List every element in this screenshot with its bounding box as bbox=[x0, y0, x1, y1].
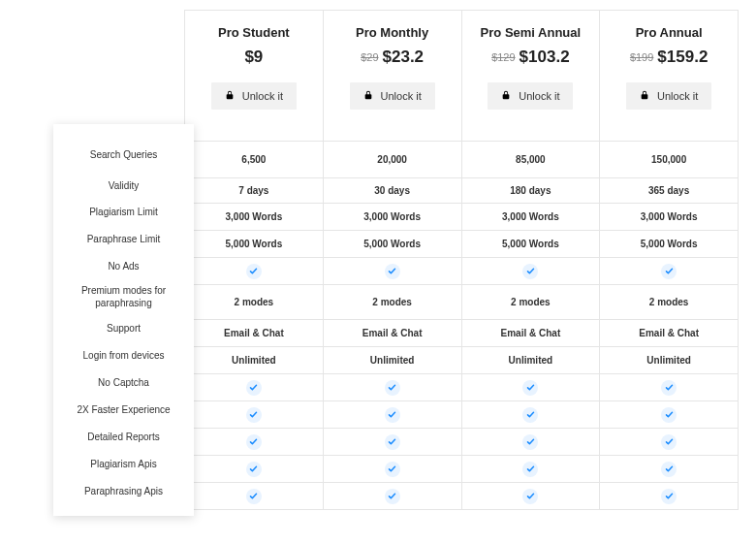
feature-label: Support bbox=[61, 314, 186, 341]
feature-labels-panel: Search QueriesValidityPlagiarism LimitPa… bbox=[53, 124, 194, 516]
feature-cell: Email & Chat bbox=[599, 320, 738, 347]
feature-label: Login from devices bbox=[61, 341, 186, 368]
feature-label: No Ads bbox=[61, 252, 186, 279]
feature-cell: 2 modes bbox=[461, 285, 600, 320]
feature-cell bbox=[323, 258, 461, 285]
feature-row bbox=[184, 456, 738, 483]
plan-column: Pro Semi Annual$129$103.2Unlock it bbox=[461, 10, 600, 142]
plan-name: Pro Student bbox=[193, 25, 315, 40]
feature-row: 7 days30 days180 days365 days bbox=[184, 178, 738, 204]
feature-cell: 3,000 Words bbox=[184, 204, 323, 231]
check-icon bbox=[246, 462, 262, 477]
check-icon bbox=[522, 434, 538, 450]
feature-cell bbox=[184, 258, 323, 285]
feature-cell bbox=[599, 401, 738, 429]
feature-cell: Unlimited bbox=[599, 347, 738, 374]
old-price: $29 bbox=[361, 51, 378, 63]
feature-cell: Unlimited bbox=[184, 347, 323, 374]
lock-icon bbox=[501, 90, 511, 102]
unlock-button[interactable]: Unlock it bbox=[350, 82, 435, 110]
feature-label: Plagiarism Limit bbox=[61, 198, 186, 225]
plan-name: Pro Annual bbox=[608, 25, 730, 40]
feature-cell: Unlimited bbox=[461, 347, 600, 374]
feature-cell bbox=[184, 429, 323, 456]
plan-name: Pro Monthly bbox=[331, 25, 454, 40]
feature-cell bbox=[461, 258, 600, 285]
feature-row bbox=[184, 401, 738, 429]
lock-icon bbox=[363, 90, 373, 102]
unlock-button-label: Unlock it bbox=[519, 90, 559, 102]
feature-cell: 6,500 bbox=[184, 142, 323, 178]
feature-cell: 3,000 Words bbox=[599, 204, 738, 231]
check-icon bbox=[385, 264, 400, 279]
feature-cell bbox=[323, 374, 461, 401]
feature-row: 5,000 Words5,000 Words5,000 Words5,000 W… bbox=[184, 231, 738, 258]
feature-cell: Email & Chat bbox=[184, 320, 323, 347]
check-icon bbox=[385, 380, 400, 396]
plan-price: $23.2 bbox=[383, 48, 425, 67]
plan-header: Pro Student$9Unlock it bbox=[185, 11, 323, 142]
unlock-button[interactable]: Unlock it bbox=[626, 82, 711, 110]
check-icon bbox=[522, 489, 538, 504]
feature-cell: 5,000 Words bbox=[599, 231, 738, 258]
unlock-button[interactable]: Unlock it bbox=[488, 82, 573, 110]
check-icon bbox=[522, 380, 538, 396]
check-icon bbox=[246, 489, 262, 504]
feature-label: Plagiarism Apis bbox=[61, 450, 186, 477]
pricing-grid: Pro Student$9Unlock itPro Monthly$29$23.… bbox=[184, 10, 739, 510]
check-icon bbox=[661, 380, 677, 396]
check-icon bbox=[661, 264, 677, 279]
feature-cell bbox=[599, 483, 738, 510]
old-price: $129 bbox=[491, 51, 515, 63]
feature-label: No Captcha bbox=[61, 368, 186, 396]
check-icon bbox=[385, 407, 400, 423]
feature-row: UnlimitedUnlimitedUnlimitedUnlimited bbox=[184, 347, 738, 374]
feature-cell bbox=[323, 401, 461, 429]
plan-price: $9 bbox=[244, 48, 263, 67]
feature-row bbox=[184, 429, 738, 456]
feature-cell bbox=[323, 429, 461, 456]
feature-cell: 2 modes bbox=[184, 285, 323, 320]
check-icon bbox=[661, 407, 677, 423]
plan-header: Pro Monthly$29$23.2Unlock it bbox=[324, 11, 461, 142]
feature-cell bbox=[599, 258, 738, 285]
feature-cell: 2 modes bbox=[323, 285, 461, 320]
feature-row bbox=[184, 258, 738, 285]
feature-cell: 5,000 Words bbox=[461, 231, 600, 258]
check-icon bbox=[385, 434, 400, 450]
feature-cell: 30 days bbox=[323, 178, 461, 204]
feature-cell bbox=[461, 374, 600, 401]
feature-cell: Email & Chat bbox=[461, 320, 600, 347]
check-icon bbox=[385, 462, 400, 477]
feature-cell bbox=[461, 483, 600, 510]
plan-price: $159.2 bbox=[657, 48, 708, 67]
plan-column: Pro Monthly$29$23.2Unlock it bbox=[323, 10, 461, 142]
plan-header: Pro Semi Annual$129$103.2Unlock it bbox=[462, 11, 600, 142]
plan-price: $103.2 bbox=[520, 48, 570, 67]
feature-cell: Unlimited bbox=[323, 347, 461, 374]
feature-label: Paraphrase Limit bbox=[61, 225, 186, 252]
feature-label: Paraphrasing Apis bbox=[61, 477, 186, 504]
feature-label: Detailed Reports bbox=[61, 423, 186, 450]
unlock-button[interactable]: Unlock it bbox=[211, 82, 297, 110]
check-icon bbox=[522, 407, 538, 423]
old-price: $199 bbox=[630, 51, 653, 63]
lock-icon bbox=[640, 90, 649, 102]
plan-name: Pro Semi Annual bbox=[470, 25, 592, 40]
feature-cell: 3,000 Words bbox=[461, 204, 600, 231]
feature-cell: 365 days bbox=[599, 178, 738, 204]
feature-row: 2 modes2 modes2 modes2 modes bbox=[184, 285, 738, 320]
check-icon bbox=[246, 434, 262, 450]
feature-cell: Email & Chat bbox=[323, 320, 461, 347]
check-icon bbox=[661, 434, 677, 450]
feature-cell bbox=[184, 483, 323, 510]
feature-cell: 5,000 Words bbox=[323, 231, 461, 258]
feature-cell bbox=[323, 483, 461, 510]
feature-cell: 150,000 bbox=[599, 142, 738, 178]
feature-cell: 85,000 bbox=[461, 142, 600, 178]
plan-column: Pro Annual$199$159.2Unlock it bbox=[599, 10, 738, 142]
check-icon bbox=[522, 264, 538, 279]
feature-cell bbox=[461, 429, 600, 456]
feature-cell bbox=[599, 429, 738, 456]
feature-row: 6,50020,00085,000150,000 bbox=[184, 142, 738, 178]
